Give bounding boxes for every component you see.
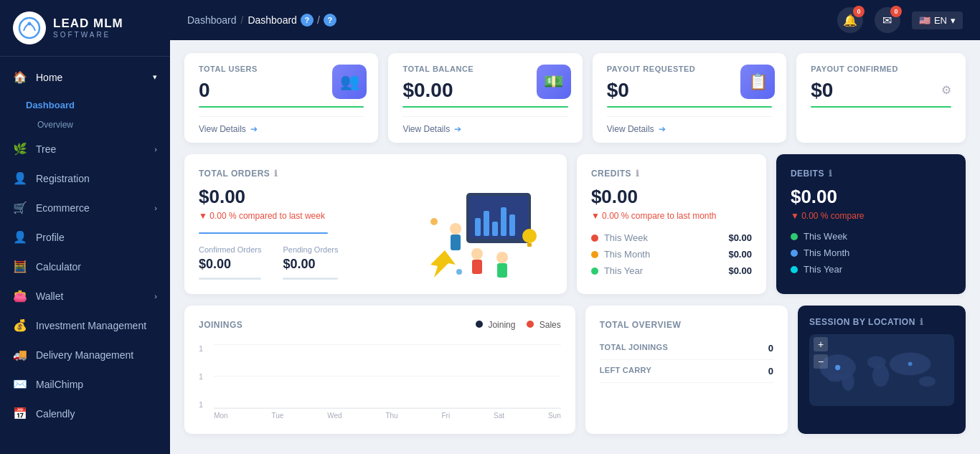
sidebar-item-investment[interactable]: 💰 Investment Management	[0, 311, 170, 340]
home-label: Home	[36, 72, 153, 83]
lang-arrow-icon: ▾	[951, 15, 956, 26]
confirmed-value: $0.00	[199, 257, 261, 272]
this-week-value: $0.00	[728, 232, 752, 243]
session-label: SESSION BY LOCATION	[809, 317, 915, 327]
language-selector[interactable]: 🇺🇸 EN ▾	[912, 11, 963, 29]
debits-label: DEBITS	[791, 169, 824, 179]
y-axis: 1 1 1	[199, 344, 207, 409]
world-map-svg	[809, 334, 954, 406]
payout-confirmed-label: PAYOUT CONFIRMED	[811, 65, 951, 73]
sales-label: Sales	[540, 320, 561, 330]
registration-label: Registration	[36, 173, 157, 184]
svg-point-18	[430, 218, 438, 225]
debits-this-month: This Month	[791, 247, 951, 258]
chart-area	[214, 344, 561, 409]
mailchimp-label: MailChimp	[36, 379, 157, 390]
breadcrumb: Dashboard / Dashboard ? / ?	[187, 14, 336, 27]
stat-cards-row: TOTAL USERS 0 👥 View Details ➔ TOTAL BAL…	[184, 53, 966, 143]
joining-dot	[476, 321, 483, 328]
svg-point-0	[19, 18, 39, 38]
notifications-badge: 0	[853, 6, 864, 17]
profile-icon: 👤	[13, 230, 27, 244]
total-users-line	[199, 106, 364, 108]
topbar-actions: 🔔 0 ✉ 0 🇺🇸 EN ▾	[837, 7, 963, 33]
sidebar-item-calculator[interactable]: 🧮 Calculator	[0, 252, 170, 281]
svg-point-28	[908, 361, 913, 366]
wallet-icon: 👛	[13, 289, 27, 303]
total-balance-value: $0.00	[402, 79, 453, 102]
this-year-label: This Year	[604, 265, 643, 276]
notifications-button[interactable]: 🔔 0	[837, 7, 863, 33]
orders-info-icon[interactable]: ℹ	[274, 169, 278, 179]
topbar: Dashboard / Dashboard ? / ? 🔔 0 ✉ 0 🇺🇸 E…	[170, 0, 980, 40]
help-icon-2[interactable]: ?	[324, 14, 336, 27]
zoom-out-button[interactable]: −	[814, 354, 828, 369]
sidebar-item-mailchimp[interactable]: ✉️ MailChimp	[0, 369, 170, 399]
total-users-card: TOTAL USERS 0 👥 View Details ➔	[184, 53, 378, 143]
chart-legend: Joining Sales	[476, 320, 561, 330]
sidebar-item-ecommerce[interactable]: 🛒 Ecommerce ›	[0, 193, 170, 222]
svg-rect-17	[527, 243, 532, 247]
credits-value: $0.00	[591, 186, 752, 208]
settings-icon[interactable]: ⚙	[941, 83, 951, 97]
breadcrumb-home[interactable]: Dashboard	[187, 14, 237, 26]
tree-icon: 🌿	[13, 142, 27, 156]
session-header: SESSION BY LOCATION ℹ	[809, 317, 954, 327]
sales-legend: Sales	[527, 320, 560, 330]
messages-button[interactable]: ✉ 0	[875, 7, 900, 33]
svg-point-22	[842, 372, 854, 391]
main-row: TOTAL ORDERS ℹ $0.00 ▼ 0.00 % compared t…	[184, 154, 966, 294]
sidebar-item-profile[interactable]: 👤 Profile	[0, 222, 170, 252]
svg-rect-5	[484, 211, 489, 236]
total-users-icon: 👥	[332, 65, 367, 99]
total-joinings-row: TOTAL JOININGS 0	[600, 337, 773, 360]
orders-divider	[199, 232, 328, 234]
overview-title: TOTAL OVERVIEW	[600, 320, 681, 330]
arrow-right-icon: ➔	[250, 124, 258, 134]
sidebar-item-tree[interactable]: 🌿 Tree ›	[0, 134, 170, 164]
total-balance-icon: 💵	[537, 65, 571, 99]
breadcrumb-current: Dashboard ? / ?	[248, 14, 336, 27]
calculator-label: Calculator	[36, 261, 157, 273]
sidebar-item-calendly[interactable]: 📅 Calendly	[0, 399, 170, 428]
sidebar-item-delivery[interactable]: 🚚 Delivery Management	[0, 340, 170, 369]
svg-point-12	[471, 248, 483, 260]
this-year-dot	[591, 268, 598, 275]
orders-sub: Confirmed Orders $0.00 Pending Orders $0…	[199, 245, 402, 280]
sidebar-item-registration[interactable]: 👤 Registration	[0, 164, 170, 193]
payout-requested-footer[interactable]: View Details ➔	[607, 116, 772, 143]
credits-this-month: This Month $0.00	[591, 249, 752, 260]
zoom-in-button[interactable]: +	[814, 337, 828, 351]
profile-label: Profile	[36, 232, 157, 243]
debits-this-week-label: This Week	[804, 231, 847, 242]
credits-card: CREDITS ℹ $0.00 ▼ 0.00 % compare to last…	[577, 154, 766, 294]
sidebar-item-wallet[interactable]: 👛 Wallet ›	[0, 281, 170, 311]
overview-card: TOTAL OVERVIEW TOTAL JOININGS 0 LEFT CAR…	[585, 306, 788, 434]
sidebar-item-dashboard[interactable]: Dashboard	[0, 92, 170, 118]
x-axis: Mon Tue Wed Thu Fri Sat Sun	[214, 412, 561, 420]
ecommerce-icon: 🛒	[13, 201, 27, 214]
this-week-label: This Week	[604, 232, 648, 243]
orders-label: TOTAL ORDERS	[199, 169, 270, 179]
svg-point-21	[827, 374, 843, 382]
credits-periods: This Week $0.00 This Month $0.00 This Ye…	[591, 232, 752, 276]
session-info-icon[interactable]: ℹ	[920, 317, 924, 327]
total-balance-footer[interactable]: View Details ➔	[402, 116, 567, 143]
sidebar-item-home[interactable]: 🏠 Home ▾	[0, 62, 170, 92]
this-month-dot	[591, 251, 598, 258]
pending-orders: Pending Orders $0.00	[283, 245, 338, 280]
svg-point-27	[835, 365, 840, 370]
sidebar-nav: 🏠 Home ▾ Dashboard Overview 🌿 Tree › 👤 R…	[0, 57, 170, 454]
wallet-label: Wallet	[36, 290, 154, 302]
this-year-value: $0.00	[728, 265, 752, 276]
this-month-label: This Month	[604, 249, 650, 260]
debits-info-icon[interactable]: ℹ	[829, 169, 833, 179]
orders-header: TOTAL ORDERS ℹ	[199, 169, 552, 179]
credits-info-icon[interactable]: ℹ	[636, 169, 640, 179]
arrow-right-icon-3: ➔	[659, 124, 666, 134]
total-joinings-label: TOTAL JOININGS	[600, 343, 668, 354]
total-users-footer[interactable]: View Details ➔	[199, 116, 364, 143]
svg-rect-11	[451, 235, 461, 250]
help-icon[interactable]: ?	[301, 14, 314, 27]
delivery-label: Delivery Management	[36, 349, 157, 361]
